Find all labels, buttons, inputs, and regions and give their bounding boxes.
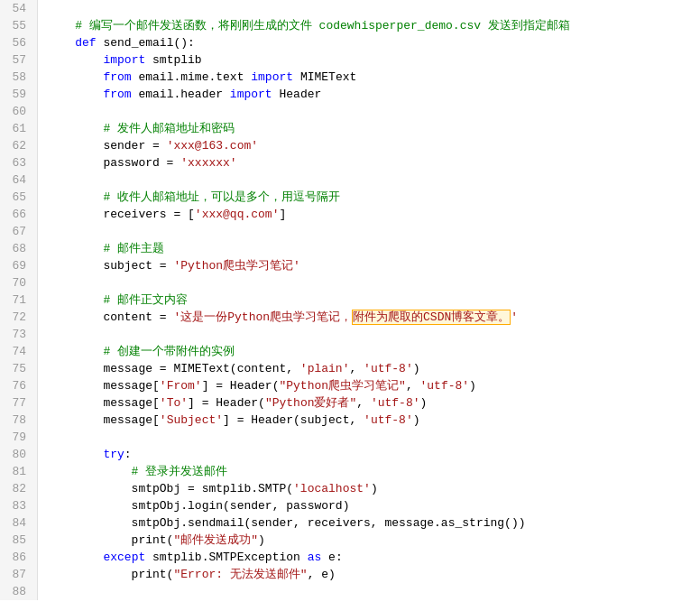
line-number: 76 — [0, 377, 38, 394]
line-row: 69 subject = 'Python爬虫学习笔记' — [0, 257, 700, 274]
code-token: 'xxxxxx' — [180, 156, 236, 170]
code-token: ) — [413, 362, 420, 375]
line-code: receivers = ['xxx@qq.com'] — [38, 206, 700, 223]
code-token: , — [406, 379, 420, 393]
line-number: 56 — [0, 34, 38, 51]
code-token: "邮件发送成功" — [173, 533, 258, 547]
line-row: 75 message = MIMEText(content, 'plain', … — [0, 360, 700, 377]
line-number: 72 — [0, 309, 38, 326]
line-number: 63 — [0, 154, 38, 171]
line-number: 86 — [0, 549, 38, 566]
code-token: "Error: 无法发送邮件" — [173, 568, 307, 581]
code-token: "Python爬虫学习笔记" — [279, 379, 405, 393]
code-token: import — [103, 53, 145, 67]
line-code: sender = 'xxx@163.com' — [38, 137, 700, 154]
code-token: # 创建一个带附件的实例 — [47, 345, 235, 358]
code-token: ) — [469, 379, 476, 393]
line-row: 59 from email.header import Header — [0, 86, 700, 103]
code-token — [47, 70, 103, 84]
line-row: 80 try: — [0, 446, 700, 463]
code-token: # 邮件主题 — [47, 242, 164, 255]
line-number: 88 — [0, 583, 38, 600]
line-row: 82 smtpObj = smtplib.SMTP('localhost') — [0, 480, 700, 497]
line-row: 74 # 创建一个带附件的实例 — [0, 343, 700, 360]
line-code: # 登录并发送邮件 — [38, 463, 700, 480]
code-token: , e) — [308, 568, 336, 581]
code-token: ) — [258, 533, 265, 547]
line-code: # 发件人邮箱地址和密码 — [38, 120, 700, 137]
line-number: 60 — [0, 103, 38, 120]
line-row: 87 print("Error: 无法发送邮件", e) — [0, 566, 700, 583]
code-token: '这是一份Python爬虫学习笔记， — [173, 310, 352, 324]
code-token: 'Subject' — [160, 413, 223, 427]
line-number: 71 — [0, 292, 38, 309]
code-token: , — [349, 362, 364, 375]
line-code — [38, 583, 700, 600]
line-number: 67 — [0, 223, 38, 240]
line-number: 58 — [0, 69, 38, 86]
line-row: 78 message['Subject'] = Header(subject, … — [0, 412, 700, 429]
line-code — [38, 0, 700, 17]
line-row: 72 content = '这是一份Python爬虫学习笔记，附件为爬取的CSD… — [0, 309, 700, 326]
code-token: 'utf-8' — [364, 413, 413, 427]
line-row: 67 — [0, 223, 700, 240]
code-token: try — [103, 448, 124, 461]
code-token: 'localhost' — [293, 482, 371, 495]
code-token — [47, 36, 75, 50]
code-token: print( — [47, 533, 173, 547]
line-row: 63 password = 'xxxxxx' — [0, 154, 700, 171]
code-token: message[ — [47, 379, 160, 393]
code-token: content = — [47, 310, 173, 324]
line-number: 83 — [0, 497, 38, 514]
line-code: smtpObj.sendmail(sender, receivers, mess… — [38, 514, 700, 532]
code-token: send_email(): — [97, 36, 195, 50]
code-token: # 收件人邮箱地址，可以是多个，用逗号隔开 — [47, 190, 340, 204]
line-code: print("Error: 无法发送邮件", e) — [38, 566, 700, 583]
code-token: def — [75, 36, 96, 50]
code-token: ) — [371, 482, 378, 495]
line-code — [38, 429, 700, 446]
code-token — [47, 88, 103, 101]
line-number: 59 — [0, 86, 38, 103]
line-code: message['Subject'] = Header(subject, 'ut… — [38, 412, 700, 429]
code-token: ] = Header(subject, — [223, 413, 364, 427]
line-code — [38, 274, 700, 292]
code-token: smtplib — [145, 53, 201, 67]
code-token: 'utf-8' — [420, 379, 470, 393]
line-number: 62 — [0, 137, 38, 154]
line-code: def send_email(): — [38, 34, 700, 51]
line-row: 83 smtpObj.login(sender, password) — [0, 497, 700, 514]
line-row: 61 # 发件人邮箱地址和密码 — [0, 120, 700, 137]
line-row: 77 message['To'] = Header("Python爱好者", '… — [0, 394, 700, 412]
line-number: 55 — [0, 17, 38, 34]
code-token — [47, 448, 103, 461]
line-code — [38, 326, 700, 343]
line-row: 58 from email.mime.text import MIMEText — [0, 69, 700, 86]
code-token: 'xxx@163.com' — [167, 139, 258, 153]
code-editor: 54 55 # 编写一个邮件发送函数，将刚刚生成的文件 codewhisperp… — [0, 0, 700, 611]
line-code — [38, 171, 700, 189]
code-token: receivers = [ — [47, 208, 195, 221]
code-token: 'Python爬虫学习笔记' — [173, 259, 299, 273]
line-row: 85 print("邮件发送成功") — [0, 532, 700, 549]
line-number: 74 — [0, 343, 38, 360]
line-code: password = 'xxxxxx' — [38, 154, 700, 171]
line-number: 68 — [0, 240, 38, 257]
line-code: subject = 'Python爬虫学习笔记' — [38, 257, 700, 274]
code-token: # 登录并发送邮件 — [47, 465, 227, 478]
code-token: 附件为爬取的CSDN博客文章。 — [352, 310, 511, 325]
line-code: message['From'] = Header("Python爬虫学习笔记",… — [38, 377, 700, 394]
code-token: ' — [511, 310, 518, 324]
line-code: # 收件人邮箱地址，可以是多个，用逗号隔开 — [38, 189, 700, 206]
line-row: 65 # 收件人邮箱地址，可以是多个，用逗号隔开 — [0, 189, 700, 206]
code-token: email.mime.text — [132, 70, 252, 84]
code-token: Header — [272, 88, 322, 101]
line-number: 85 — [0, 532, 38, 549]
line-number: 81 — [0, 463, 38, 480]
code-token: ] = Header( — [202, 379, 280, 393]
line-number: 54 — [0, 0, 38, 17]
line-row: 86 except smtplib.SMTPException as e: — [0, 549, 700, 566]
line-code — [38, 103, 700, 120]
line-row: 66 receivers = ['xxx@qq.com'] — [0, 206, 700, 223]
line-row: 88 — [0, 583, 700, 600]
